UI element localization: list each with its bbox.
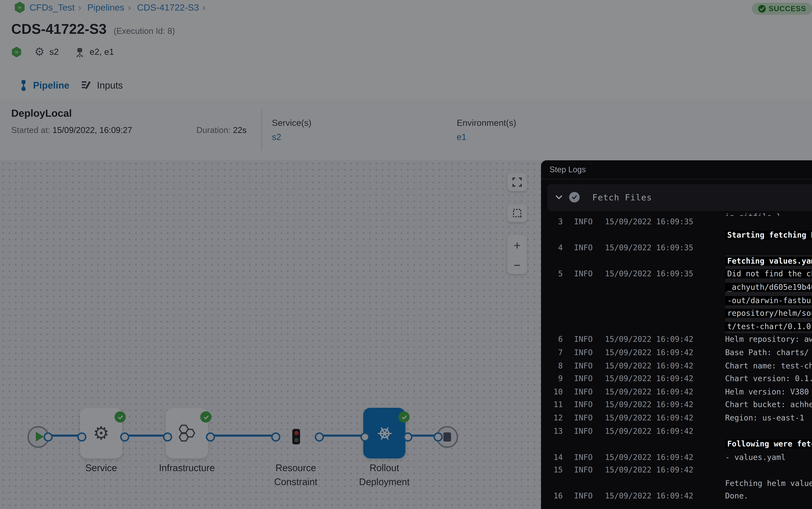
log-section-name: Fetch Files [592,184,652,211]
log-line: 13INFO15/09/2022 16:09:42 [541,425,812,438]
log-line: _achyuth/d605e19b46448ceaacb01fb4c19633a… [541,281,812,294]
log-line: 5INFO15/09/2022 16:09:35Did not find the… [541,268,812,281]
log-line: in gitfile } [541,211,812,216]
log-line: 11INFO15/09/2022 16:09:42Chart bucket: a… [541,399,812,412]
log-line: 4INFO15/09/2022 16:09:35 [541,242,812,255]
log-line: Fetching helm values completed successfu… [541,477,812,490]
log-lines-container[interactable]: in gitfile }3INFO15/09/2022 16:09:35Star… [541,211,812,509]
log-line: Fetching values.yaml from helm chart rep… [541,255,812,268]
log-line: -out/darwin-fastbuild/bin/260-delegate/e… [541,294,812,307]
step-success-icon [569,192,580,203]
log-line: 7INFO15/09/2022 16:09:42Base Path: chart… [541,347,812,360]
log-line: 6INFO15/09/2022 16:09:42Helm repository:… [541,334,812,346]
log-panel-header: Step Logs Console View [541,160,812,179]
log-line: 9INFO15/09/2022 16:09:42Chart version: 0… [541,373,812,386]
chevron-down-icon [555,193,563,201]
app-window: ∞ CFDs_Test› Pipelines› CDS-41722-S3› SU… [0,0,812,509]
log-line: 3INFO15/09/2022 16:09:35 [541,216,812,229]
log-line: Starting fetching Helm values [541,229,812,242]
log-line: 16INFO15/09/2022 16:09:42Done. [541,490,812,504]
log-line: repository/helm/source/93602db7-89f2-317… [541,307,812,320]
log-line: t/test-chart/0.1.0 [541,320,812,334]
log-panel-title: Step Logs [549,160,586,178]
step-logs-panel: Step Logs Console View Fetch Files ↑ ↓ 9… [541,160,812,509]
log-line: 14INFO15/09/2022 16:09:42- values.yaml [541,451,812,464]
log-line: Following were fetched successfully : [541,438,812,451]
log-line: 12INFO15/09/2022 16:09:42Region: us-east… [541,412,812,425]
log-line: 15INFO15/09/2022 16:09:42 [541,464,812,477]
log-line: 8INFO15/09/2022 16:09:42Chart name: test… [541,360,812,373]
log-section-fetch-files[interactable]: Fetch Files ↑ ↓ 9s [547,184,812,211]
log-line: 10INFO15/09/2022 16:09:42Helm version: V… [541,386,812,399]
